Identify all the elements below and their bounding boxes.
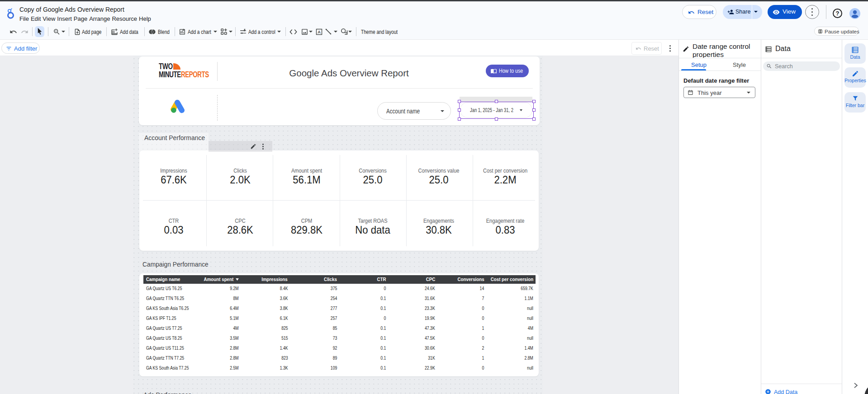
svg-text:A: A bbox=[318, 30, 321, 34]
